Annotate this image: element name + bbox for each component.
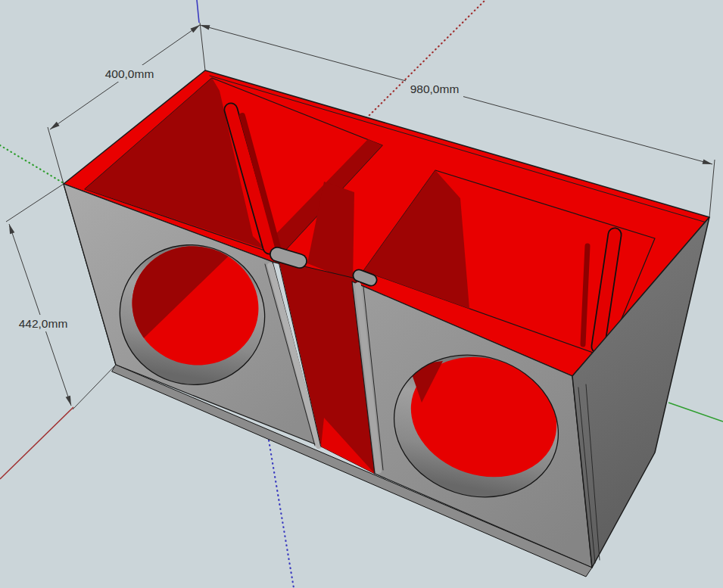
viewport: 400,0mm 980,0mm 442,0mm: [0, 0, 723, 588]
model-canvas[interactable]: 400,0mm 980,0mm 442,0mm: [0, 0, 723, 588]
length-dimension-label: 980,0mm: [410, 82, 460, 95]
height-dimension-label: 442,0mm: [19, 317, 68, 330]
depth-dimension-label: 400,0mm: [105, 67, 154, 80]
right-roundover-cap: [359, 275, 371, 280]
left-roundover-cap: [277, 254, 300, 261]
